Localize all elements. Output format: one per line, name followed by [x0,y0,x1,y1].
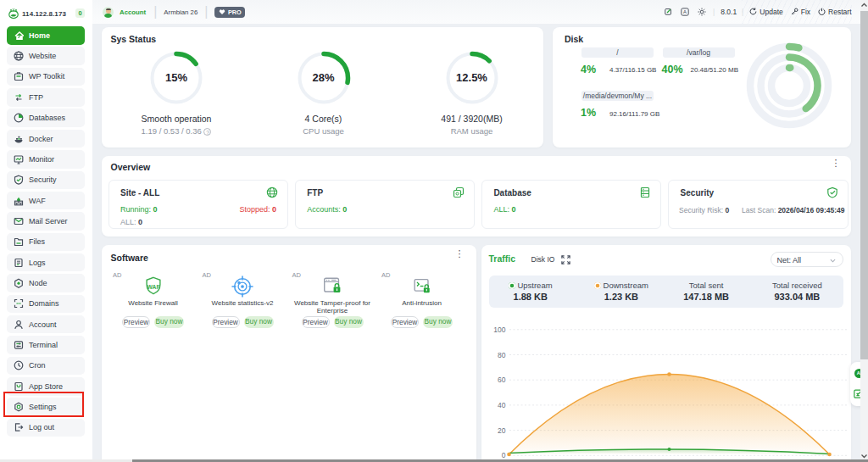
svg-text:0: 0 [501,451,505,459]
svg-text:60: 60 [498,376,506,384]
svg-text:40: 40 [498,400,506,409]
svg-text:100: 100 [493,325,505,333]
svg-text:A: A [683,9,687,14]
svg-text:80: 80 [498,350,506,359]
svg-text:WAF: WAF [147,283,159,289]
svg-text:20: 20 [498,426,506,434]
